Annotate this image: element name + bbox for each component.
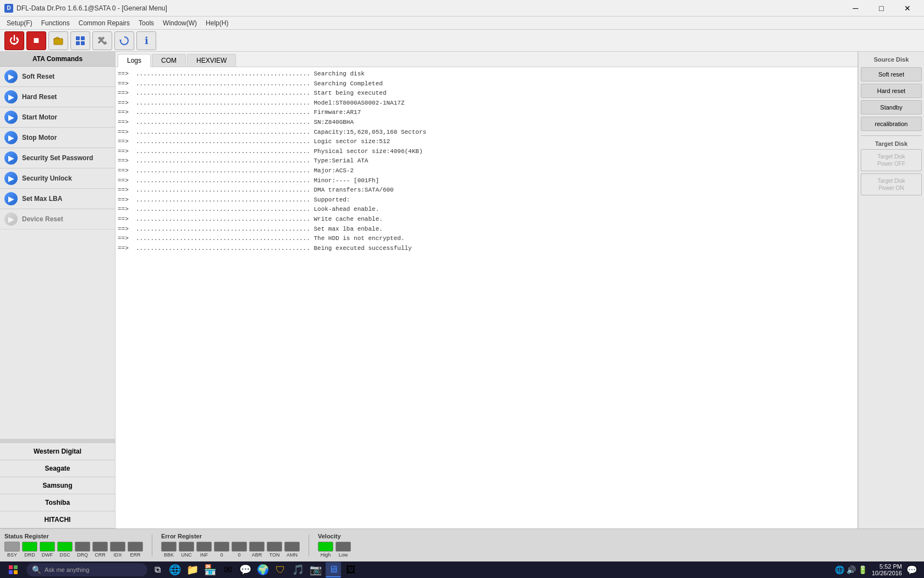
soft-reset-label: Soft Reset <box>22 73 54 80</box>
taskbar-active-app[interactable]: 🖥 <box>326 562 341 577</box>
soft-reset-icon: ▶ <box>4 70 18 83</box>
sidebar-security-unlock[interactable]: ▶ Security Unlock <box>0 168 115 189</box>
sidebar-set-max-lba[interactable]: ▶ Set Max LBA <box>0 189 115 209</box>
error-register-title: Error Register <box>161 533 300 539</box>
taskbar-edge-icon[interactable]: 🌐 <box>167 562 183 577</box>
amn-indicator-group: AMN <box>284 542 300 558</box>
source-hard-reset-button[interactable]: Hard reset <box>861 84 922 98</box>
toolbar-tools-button[interactable] <box>92 31 112 50</box>
volume-icon[interactable]: 🔊 <box>846 565 856 574</box>
network-icon[interactable]: 🌐 <box>835 565 844 574</box>
battery-icon[interactable]: 🔋 <box>858 565 867 574</box>
abr-indicator <box>249 542 265 552</box>
svg-rect-5 <box>81 41 85 45</box>
taskbar-task-view[interactable]: ⧉ <box>150 562 165 577</box>
taskbar: 🔍 ⧉ 🌐 📁 🏪 ✉ 💬 🌍 🛡 🎵 📷 🖥 🖼 🌐 🔊 🔋 5:52 PM … <box>0 561 924 578</box>
toolbar-grid-button[interactable] <box>70 31 90 50</box>
toolbar-refresh-button[interactable] <box>114 31 134 50</box>
status-register-indicators: BSY DRD DWF DSC DRQ CRR <box>4 542 143 558</box>
sidebar-security-set-password[interactable]: ▶ Security Set Password <box>0 148 115 168</box>
log-area[interactable]: ==> ....................................… <box>116 67 857 528</box>
menu-common-repairs[interactable]: Common Repairs <box>74 18 134 28</box>
status-register-section: Status Register BSY DRD DWF DSC DRQ <box>4 533 143 558</box>
sidebar-vendor-toshiba[interactable]: Toshiba <box>0 494 115 511</box>
bsy-indicator-group: BSY <box>4 542 20 558</box>
abr-indicator-group: ABR <box>249 542 265 558</box>
menu-setup[interactable]: Setup(F) <box>2 18 37 28</box>
taskbar-chrome-icon[interactable]: 🌍 <box>255 562 271 577</box>
right-divider <box>861 135 922 136</box>
low-indicator-group: Low <box>336 542 351 558</box>
window-title: DFL-Data Dr.Pro 1.6.6.1@SATA 0 - [Genera… <box>16 4 167 12</box>
sidebar-stop-motor[interactable]: ▶ Stop Motor <box>0 128 115 148</box>
log-line: ==> ....................................… <box>118 156 855 166</box>
menu-help[interactable]: Help(H) <box>201 18 233 28</box>
velocity-title: Velocity <box>318 533 351 539</box>
taskbar-store-icon[interactable]: 🏪 <box>202 562 218 577</box>
taskbar-camera-icon[interactable]: 📷 <box>308 562 323 577</box>
high-indicator-group: High <box>318 542 333 558</box>
right-sidebar: Source Disk Soft reset Hard reset Standb… <box>858 52 924 528</box>
sidebar-device-reset[interactable]: ▶ Device Reset <box>0 209 115 230</box>
drd-label: DRD <box>24 552 35 558</box>
menu-window[interactable]: Window(W) <box>158 18 201 28</box>
toolbar-open-button[interactable] <box>48 31 68 50</box>
err-label: ERR <box>130 552 140 558</box>
svg-rect-4 <box>76 41 80 45</box>
unc-indicator <box>179 542 194 552</box>
toolbar-info-button[interactable]: ℹ <box>136 31 156 50</box>
log-line: ==> ....................................… <box>118 137 855 147</box>
toolbar-stop-button[interactable]: ■ <box>26 31 46 50</box>
taskbar-skype-icon[interactable]: 💬 <box>238 562 253 577</box>
source-standby-button[interactable]: Standby <box>861 100 922 114</box>
drq-indicator-group: DRQ <box>75 542 90 558</box>
sidebar-hard-reset[interactable]: ▶ Hard Reset <box>0 87 115 107</box>
clock-display[interactable]: 5:52 PM 10/26/2016 <box>872 563 902 576</box>
sidebar-vendor-western-digital[interactable]: Western Digital <box>0 443 115 460</box>
start-button[interactable] <box>2 562 24 577</box>
notification-icon[interactable]: 💬 <box>906 565 917 575</box>
source-recalibration-button[interactable]: recalibration <box>861 117 922 131</box>
toolbar-power-button[interactable]: ⏻ <box>4 31 24 50</box>
taskbar-explorer-icon[interactable]: 📁 <box>185 562 200 577</box>
inf-indicator-group: INF <box>196 542 212 558</box>
bbk-indicator-group: BBK <box>161 542 177 558</box>
sidebar-divider <box>0 439 115 443</box>
tab-com[interactable]: COM <box>152 54 186 67</box>
zero2-indicator-group: 0 <box>232 542 247 558</box>
log-line: ==> ....................................… <box>118 79 855 89</box>
taskbar-app1-icon[interactable]: 🛡 <box>273 562 288 577</box>
source-soft-reset-button[interactable]: Soft reset <box>861 67 922 81</box>
sidebar-vendor-seagate[interactable]: Seagate <box>0 460 115 477</box>
minimize-button[interactable]: ─ <box>843 1 868 16</box>
taskbar-app3-icon[interactable]: 🖼 <box>343 562 359 577</box>
zero2-label: 0 <box>238 552 240 558</box>
sidebar-vendor-hitachi[interactable]: HITACHI <box>0 511 115 528</box>
toolbar: ⏻ ■ ℹ <box>0 30 924 52</box>
err-indicator <box>128 542 143 552</box>
bsy-label: BSY <box>7 552 17 558</box>
stop-motor-icon: ▶ <box>4 131 18 144</box>
svg-marker-6 <box>119 40 122 42</box>
sidebar-soft-reset[interactable]: ▶ Soft Reset <box>0 67 115 87</box>
menu-functions[interactable]: Functions <box>37 18 74 28</box>
maximize-button[interactable]: □ <box>869 1 894 16</box>
amn-label: AMN <box>287 552 298 558</box>
inf-label: INF <box>200 552 208 558</box>
velocity-section: Velocity High Low <box>318 533 351 558</box>
taskbar-mail-icon[interactable]: ✉ <box>220 562 235 577</box>
status-bar: Status Register BSY DRD DWF DSC DRQ <box>0 528 924 561</box>
sidebar-start-motor[interactable]: ▶ Start Motor <box>0 107 115 128</box>
tab-hexview[interactable]: HEXVIEW <box>187 54 236 67</box>
tab-logs[interactable]: Logs <box>118 54 151 67</box>
tab-bar: Logs COM HEXVIEW <box>116 52 857 67</box>
sidebar-vendor-samsung[interactable]: Samsung <box>0 477 115 494</box>
search-bar[interactable]: 🔍 <box>26 563 147 576</box>
close-button[interactable]: ✕ <box>895 1 920 16</box>
status-register-title: Status Register <box>4 533 143 539</box>
device-reset-label: Device Reset <box>22 215 63 223</box>
log-line: ==> ....................................… <box>118 244 855 254</box>
search-input[interactable] <box>45 566 133 573</box>
taskbar-app2-icon[interactable]: 🎵 <box>290 562 306 577</box>
menu-tools[interactable]: Tools <box>134 18 158 28</box>
